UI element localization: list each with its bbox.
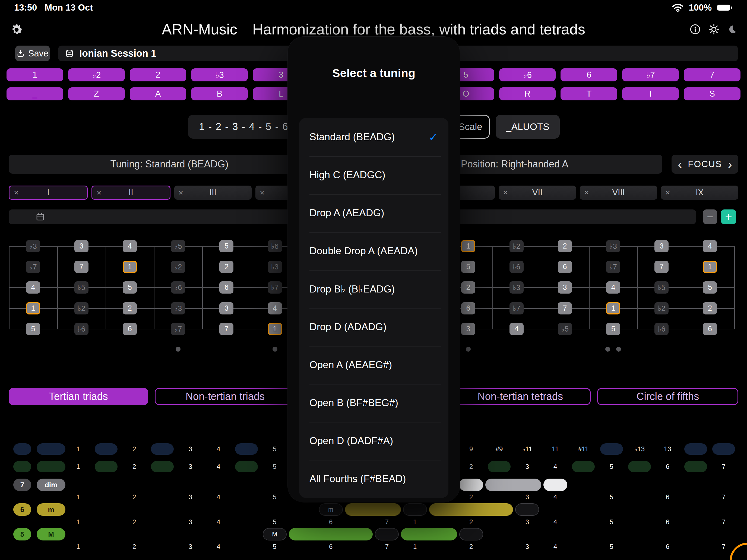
degree-number: 6: [320, 518, 342, 526]
extension-pill[interactable]: [684, 443, 707, 455]
degree-number: 1: [67, 494, 89, 501]
scale-degree-pill[interactable]: [684, 461, 707, 472]
extension-label: 11: [544, 443, 566, 455]
tuning-option-label: Drop A (AEADG): [309, 207, 384, 219]
degree-number: 6: [656, 494, 678, 501]
degree-number: 5: [601, 543, 622, 550]
scale-degree-label: 2: [124, 461, 145, 472]
degree-number: 1: [67, 543, 89, 550]
degree-number: 1: [67, 518, 89, 526]
extension-label: 4: [208, 443, 229, 455]
chord-tone-pill[interactable]: [459, 528, 483, 540]
app-root: 13:50 Mon 13 Oct 100% ARN-Music Harmoniz: [0, 0, 747, 560]
tuning-option[interactable]: Drop A (AEADG): [299, 194, 448, 232]
tuning-option[interactable]: Drop D (ADADG): [299, 308, 448, 346]
extension-pill[interactable]: [712, 443, 735, 455]
chord-tone-pill[interactable]: [375, 528, 399, 540]
tuning-option[interactable]: Open B (BF#BEG#): [299, 384, 448, 422]
degree-number: 7: [376, 543, 398, 550]
scale-degree-label: 3: [516, 461, 538, 472]
extension-pill[interactable]: [600, 443, 623, 455]
chord-quality-header[interactable]: m: [37, 503, 66, 516]
extension-label: #11: [572, 443, 594, 455]
degree-number: 2: [124, 518, 145, 526]
chord-quality-header[interactable]: M: [37, 528, 66, 540]
scale-degree-pill[interactable]: [151, 461, 174, 472]
tuning-option-label: Standard (BEADG): [309, 131, 395, 143]
extension-label: 2: [124, 443, 145, 455]
chord-tone-pill[interactable]: [459, 479, 483, 491]
scale-degree-header-pill[interactable]: [37, 461, 66, 472]
degree-number: 3: [180, 518, 201, 526]
scale-degree-pill[interactable]: [235, 461, 258, 472]
extension-label: 13: [656, 443, 678, 455]
degree-number: 5: [264, 543, 286, 550]
degree-number: 4: [544, 518, 566, 526]
degree-number: 3: [516, 543, 538, 550]
degree-number: 1: [404, 543, 426, 550]
degree-number: 6: [656, 543, 678, 550]
extension-label: 5: [264, 443, 286, 455]
degree-number: 5: [601, 494, 622, 501]
extension-pill[interactable]: [95, 443, 118, 455]
modal-title: Select a tuning: [288, 66, 460, 80]
check-icon: ✓: [429, 131, 438, 144]
scale-degree-label: 5: [264, 461, 286, 472]
tuning-modal: Select a tuning Standard (BEADG)✓High C …: [288, 37, 460, 502]
chord-root-pill[interactable]: m: [319, 503, 343, 516]
tuning-option-label: Drop D (ADADG): [309, 321, 387, 332]
degree-number: 2: [124, 494, 145, 501]
tuning-option-label: High C (EADGC): [309, 169, 385, 181]
degree-number: 6: [320, 543, 342, 550]
scale-degree-pill[interactable]: [628, 461, 651, 472]
chord-span: [485, 479, 541, 491]
chord-tone-pill[interactable]: [515, 503, 539, 516]
scale-degree-label: 1: [67, 461, 89, 472]
scale-degree-pill[interactable]: [488, 461, 511, 472]
extension-label: 1: [67, 443, 89, 455]
chord-span: [429, 503, 513, 516]
chord-root-pill[interactable]: M: [263, 528, 287, 540]
chord-span: [345, 503, 401, 516]
scale-degree-label: 7: [713, 461, 735, 472]
degree-number: 1: [404, 518, 426, 526]
tuning-option[interactable]: All Fourths (F#BEAD): [299, 460, 448, 498]
tuning-option-label: Drop B♭ (B♭EADG): [309, 283, 395, 295]
chord-degree-header[interactable]: 5: [13, 528, 31, 540]
extension-label: ♭13: [629, 443, 650, 455]
scale-degree-header-pill[interactable]: [13, 461, 31, 472]
extension-header-pill[interactable]: [37, 443, 66, 455]
tuning-option[interactable]: Drop B♭ (B♭EADG): [299, 270, 448, 308]
scale-degree-pill[interactable]: [95, 461, 118, 472]
tuning-options-list: Standard (BEADG)✓High C (EADGC)Drop A (A…: [299, 118, 448, 498]
extension-header-pill[interactable]: [13, 443, 31, 455]
corner-swoosh: [723, 540, 747, 560]
tuning-option[interactable]: Open D (DADF#A): [299, 422, 448, 460]
degree-number: 7: [376, 518, 398, 526]
extension-pill[interactable]: [151, 443, 174, 455]
extension-pill[interactable]: [235, 443, 258, 455]
degree-number: 4: [208, 543, 229, 550]
degree-number: 3: [180, 494, 201, 501]
tuning-option[interactable]: Open A (AEAEG#): [299, 346, 448, 384]
scale-degree-pill[interactable]: [572, 461, 595, 472]
scale-degree-label: 4: [208, 461, 229, 472]
chord-tone-pill[interactable]: [403, 503, 427, 516]
scale-degree-label: 6: [656, 461, 678, 472]
degree-number: 2: [460, 518, 482, 526]
tuning-option[interactable]: High C (EADGC): [299, 156, 448, 194]
chord-degree-header[interactable]: 7: [13, 479, 31, 491]
degree-number: 3: [516, 518, 538, 526]
degree-number: 5: [264, 518, 286, 526]
tuning-option[interactable]: Double Drop A (AEADA): [299, 232, 448, 270]
chord-quality-header[interactable]: dim: [37, 479, 66, 491]
degree-number: 6: [656, 518, 678, 526]
tuning-option-label: Open B (BF#BEG#): [309, 397, 398, 408]
chord-tone-pill[interactable]: [543, 479, 567, 491]
tuning-option-label: Open A (AEAEG#): [309, 359, 392, 371]
degree-number: 3: [180, 543, 201, 550]
extension-label: 3: [180, 443, 201, 455]
degree-number: 4: [544, 543, 566, 550]
tuning-option[interactable]: Standard (BEADG)✓: [299, 118, 448, 156]
chord-degree-header[interactable]: 6: [13, 503, 31, 516]
